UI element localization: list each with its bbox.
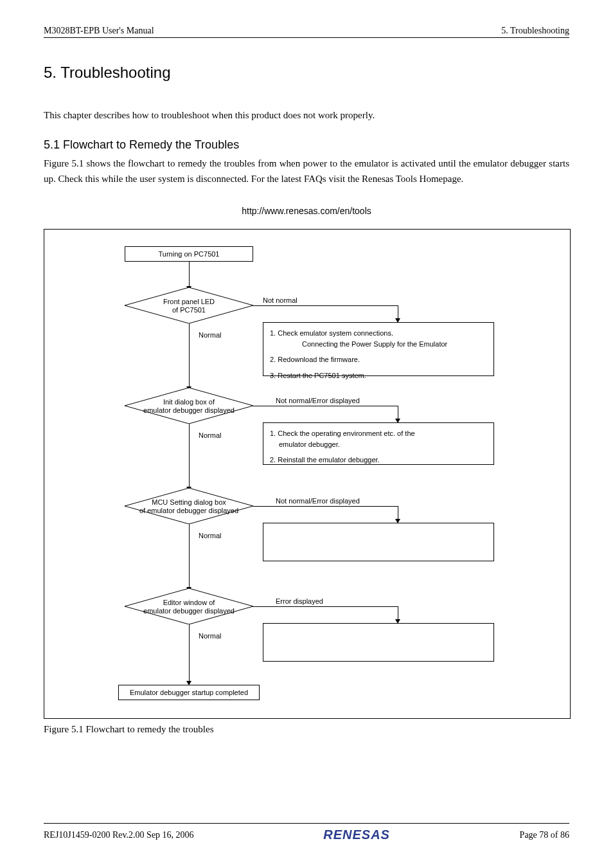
flow-start-box: Turning on PC7501 bbox=[125, 246, 253, 262]
flow-line bbox=[398, 606, 398, 620]
intro-paragraph: This chapter describes how to troublesho… bbox=[44, 107, 569, 123]
flow-d4-down-label: Normal bbox=[199, 632, 221, 640]
flow-action-a1: 1. Check emulator system connections. Co… bbox=[263, 322, 494, 376]
flow-decision-d2: Init dialog box ofemulator debugger disp… bbox=[125, 388, 253, 424]
flow-d3-down-label: Normal bbox=[199, 532, 221, 539]
renesas-logo: RENESAS bbox=[323, 827, 390, 842]
flow-line bbox=[189, 262, 190, 287]
a1-line1: 1. Check emulator system connections. bbox=[270, 328, 487, 339]
flow-line bbox=[253, 506, 398, 507]
a2-line1: 1. Check the operating environment etc. … bbox=[270, 428, 487, 439]
flow-line bbox=[189, 524, 190, 588]
flow-d2-right-label: Not normal/Error displayed bbox=[276, 397, 360, 404]
header-right: 5. Troubleshooting bbox=[501, 26, 569, 36]
flow-line bbox=[189, 424, 190, 488]
chapter-title: 5. Troubleshooting bbox=[44, 64, 569, 82]
flow-d1-down-label: Normal bbox=[199, 331, 221, 339]
svg-marker-2 bbox=[125, 488, 253, 524]
section-paragraph: Figure 5.1 shows the flowchart to remedy… bbox=[44, 156, 569, 186]
page-header: M3028BT-EPB User's Manual 5. Troubleshoo… bbox=[44, 26, 569, 38]
figure-caption: Figure 5.1 Flowchart to remedy the troub… bbox=[44, 724, 569, 735]
flow-line bbox=[398, 506, 398, 520]
flow-decision-d4: Editor window ofemulator debugger displa… bbox=[125, 588, 253, 624]
flow-line bbox=[253, 606, 398, 607]
flow-d2-down-label: Normal bbox=[199, 431, 221, 439]
flow-action-a4 bbox=[263, 623, 494, 662]
svg-marker-0 bbox=[125, 287, 253, 323]
footer-right: Page 78 of 86 bbox=[520, 830, 569, 840]
flow-line bbox=[189, 624, 190, 682]
header-left: M3028BT-EPB User's Manual bbox=[44, 26, 154, 36]
flow-action-a2: 1. Check the operating environment etc. … bbox=[263, 422, 494, 465]
svg-marker-3 bbox=[125, 588, 253, 624]
flow-line bbox=[253, 406, 398, 406]
flow-end-box: Emulator debugger startup completed bbox=[118, 685, 260, 700]
flow-d4-right-label: Error displayed bbox=[276, 597, 323, 605]
flow-action-a3 bbox=[263, 523, 494, 561]
footer-left: REJ10J1459-0200 Rev.2.00 Sep 16, 2006 bbox=[44, 830, 194, 840]
flow-line bbox=[253, 305, 398, 306]
page-footer: REJ10J1459-0200 Rev.2.00 Sep 16, 2006 RE… bbox=[44, 823, 569, 842]
a1-line3: 3. Restart the PC7501 system. bbox=[270, 370, 487, 381]
a1-line2: 2. Redownload the firmware. bbox=[270, 354, 487, 365]
flow-d3-right-label: Not normal/Error displayed bbox=[276, 497, 360, 505]
a2-line1b: emulator debugger. bbox=[270, 439, 487, 450]
flow-decision-d3: MCU Setting dialog boxof emulator debugg… bbox=[125, 488, 253, 524]
flow-end-text: Emulator debugger startup completed bbox=[130, 689, 248, 696]
section-heading: 5.1 Flowchart to Remedy the Troubles bbox=[44, 138, 569, 152]
a2-line2: 2. Reinstall the emulator debugger. bbox=[270, 455, 487, 466]
flow-d1-right-label: Not normal bbox=[263, 296, 298, 304]
flow-start-text: Turning on PC7501 bbox=[159, 250, 220, 258]
svg-marker-1 bbox=[125, 388, 253, 424]
flowchart-frame: Turning on PC7501 Front panel LEDof PC75… bbox=[44, 229, 571, 719]
flow-line bbox=[398, 406, 398, 420]
a1-line1b: Connecting the Power Supply for the Emul… bbox=[270, 339, 487, 350]
flow-decision-d1: Front panel LEDof PC7501 bbox=[125, 287, 253, 323]
reference-url: http://www.renesas.com/en/tools bbox=[44, 206, 569, 216]
flow-line bbox=[189, 323, 190, 388]
flow-line bbox=[398, 305, 398, 320]
